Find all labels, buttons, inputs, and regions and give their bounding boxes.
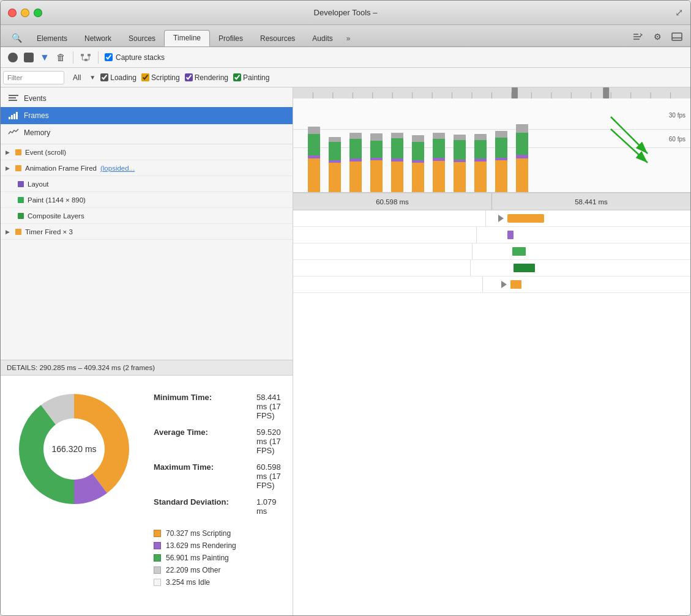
devtools-window: Developer Tools – ⤢ 🔍 Elements Network S… (0, 0, 691, 616)
legend-scripting: 70.327 ms Scripting (154, 529, 281, 538)
bars-area (293, 109, 690, 192)
console-button[interactable] (630, 29, 645, 44)
legend-color-scripting (154, 530, 161, 537)
filter-dropdown-arrow[interactable]: ▼ (89, 74, 95, 81)
scripting-checkbox[interactable] (141, 73, 149, 81)
tab-network[interactable]: Network (76, 31, 120, 46)
divider2 (98, 51, 99, 64)
frame-bars-container (305, 124, 678, 192)
search-icon[interactable]: 🔍 (6, 29, 28, 46)
scripting-checkbox-label: Scripting (141, 73, 180, 82)
animation-link[interactable]: (lopsided... (100, 165, 135, 172)
stop-button[interactable] (23, 51, 35, 64)
event-row-layout[interactable]: Layout (1, 176, 293, 192)
bar-gray-10 (495, 131, 507, 138)
frame-bar-8 (451, 135, 468, 192)
legend-color-other (154, 566, 161, 574)
bar-gray-5 (391, 133, 403, 138)
memory-icon (8, 128, 19, 138)
bar-gray-11 (516, 124, 528, 133)
capture-stacks-checkbox[interactable] (105, 53, 113, 61)
svg-rect-41 (603, 87, 609, 98)
legend-label-rendering: 13.629 ms Rendering (166, 541, 236, 550)
svg-rect-13 (9, 97, 16, 98)
fps-labels-area: 30 fps 60 fps (669, 112, 685, 143)
titlebar: Developer Tools – ⤢ (1, 1, 690, 25)
stat-stddev: Standard Deviation: 1.079 ms (154, 497, 281, 516)
stddev-value: 1.079 ms (256, 497, 281, 516)
svg-rect-3 (672, 33, 682, 40)
frame-bar-7 (430, 133, 447, 192)
expand-icon[interactable]: ⤢ (675, 7, 683, 18)
divider (73, 51, 73, 64)
legend-color-painting (154, 554, 161, 562)
record-button[interactable] (7, 51, 19, 64)
window-title: Developer Tools – (314, 8, 378, 17)
sidebar-item-frames[interactable]: Frames (1, 107, 293, 124)
bar-orange-8 (454, 162, 466, 192)
rendering-checkbox-label: Rendering (185, 73, 228, 82)
tab-timeline[interactable]: Timeline (164, 30, 210, 46)
ruler-bar (293, 87, 690, 98)
stat-average: Average Time: 59.520 ms (17 FPS) (154, 428, 281, 455)
expand-icon-timer: ▶ (6, 229, 12, 235)
tab-sources[interactable]: Sources (120, 31, 164, 46)
fps-30-label: 30 fps (669, 112, 685, 119)
loading-checkbox[interactable] (100, 73, 108, 81)
timeline-layout-row (293, 243, 690, 260)
ruler-svg (293, 87, 690, 98)
frames-label: Frames (24, 111, 49, 120)
dock-icon[interactable] (670, 29, 684, 44)
rendering-checkbox[interactable] (185, 73, 193, 81)
filter-icon[interactable]: ▼ (39, 51, 51, 64)
pie-center-label: 166.320 ms (51, 444, 96, 454)
sidebar-item-memory[interactable]: Memory (1, 124, 293, 141)
tab-elements[interactable]: Elements (28, 31, 76, 46)
painting-checkbox[interactable] (233, 73, 241, 81)
timeline-events: ▶ Event (scroll) ▶ Animation Frame Fired… (1, 144, 293, 360)
trash-button[interactable]: 🗑 (54, 51, 67, 64)
timer-block (510, 280, 521, 289)
bar-orange-7 (433, 161, 445, 192)
event-row-timer[interactable]: ▶ Timer Fired × 3 (1, 224, 293, 240)
frame-bar-1 (305, 127, 323, 192)
painting-checkbox-label: Painting (233, 73, 269, 82)
sidebar-item-events[interactable]: Events (1, 90, 293, 107)
filter-input[interactable] (3, 71, 64, 84)
bar-orange-6 (412, 163, 424, 192)
expand-icon-scroll: ▶ (6, 149, 12, 155)
minimize-button[interactable] (21, 9, 29, 17)
bar-gray-3 (349, 133, 362, 139)
settings-icon[interactable]: ⚙ (650, 29, 665, 44)
tab-profiles[interactable]: Profiles (210, 31, 252, 46)
capture-stacks-label[interactable]: Capture stacks (116, 53, 165, 62)
maximum-value: 60.598 ms (17 FPS) (256, 462, 281, 490)
bar-orange-5 (391, 161, 403, 192)
event-row-animation[interactable]: ▶ Animation Frame Fired (lopsided... (1, 160, 293, 176)
tab-resources[interactable]: Resources (252, 31, 304, 46)
minimum-label: Minimum Time: (154, 393, 252, 420)
frame-bar-4 (368, 133, 385, 192)
legend-idle: 3.254 ms Idle (154, 578, 281, 587)
events-icon (8, 94, 19, 104)
legend-label-idle: 3.254 ms Idle (166, 578, 210, 587)
stat-maximum: Maximum Time: 60.598 ms (17 FPS) (154, 462, 281, 490)
event-row-scroll[interactable]: ▶ Event (scroll) (1, 144, 293, 160)
filter-bar: All ▼ Loading Scripting Rendering Painti… (1, 68, 690, 87)
maximize-button[interactable] (34, 9, 42, 17)
more-tabs-button[interactable]: » (342, 31, 356, 46)
window-controls (8, 9, 42, 17)
timeline-anim-col2 (477, 227, 690, 243)
event-row-paint[interactable]: Paint (1144 × 890) (1, 192, 293, 208)
legend-painting: 56.901 ms Painting (154, 554, 281, 562)
close-button[interactable] (8, 9, 17, 17)
fps-60-label: 60 fps (669, 136, 685, 143)
average-label: Average Time: (154, 428, 252, 455)
bar-orange-9 (474, 161, 487, 192)
tab-audits[interactable]: Audits (304, 31, 341, 46)
event-label-composite: Composite Layers (28, 212, 84, 220)
event-row-composite[interactable]: Composite Layers (1, 208, 293, 224)
frame-bar-2 (326, 137, 343, 192)
tree-icon[interactable] (80, 51, 92, 64)
bar-green-3 (349, 139, 362, 158)
